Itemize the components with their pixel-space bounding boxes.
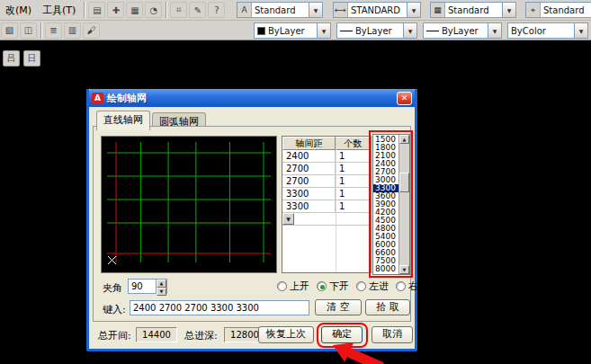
- table-style-value: Standard: [445, 5, 502, 15]
- spacing-table-rows: 2400127001270013300133001: [282, 150, 371, 213]
- plotstyle-value: ByColor: [508, 26, 574, 36]
- table-column-divider: [336, 137, 336, 272]
- toolbar-icon-9[interactable]: 吕: [3, 50, 20, 67]
- dim-style-combo[interactable]: ⟷ STANDARD ▼: [333, 2, 421, 18]
- chevron-down-icon[interactable]: ▼: [403, 23, 416, 38]
- direction-radio-option[interactable]: 左进: [356, 280, 389, 293]
- dim-style-icon: ⟷: [334, 3, 348, 17]
- total-depth-label: 总进深:: [184, 329, 218, 342]
- toolbar-icon-6[interactable]: ✎: [189, 2, 206, 18]
- cancel-button[interactable]: 取消: [372, 326, 413, 343]
- scroll-up-icon[interactable]: ▲: [399, 135, 409, 144]
- toolbar-icon-8[interactable]: ◫: [20, 22, 37, 39]
- help-icon[interactable]: ?: [208, 2, 225, 18]
- total-bay-label: 总开间:: [98, 329, 131, 342]
- toolbar-icon-5[interactable]: ⌗: [170, 2, 187, 18]
- radio-label: 下开: [329, 280, 349, 293]
- pick-button[interactable]: 拾 取: [365, 299, 410, 315]
- lineweight-control-combo[interactable]: ByLayer ▼: [423, 22, 502, 39]
- mini-toolbar: 吕 日: [2, 50, 41, 67]
- count-cell[interactable]: 1: [336, 163, 371, 175]
- color-control-combo[interactable]: ByLayer ▼: [254, 22, 331, 39]
- toolbar-icon-2[interactable]: ✚: [107, 2, 124, 18]
- axis-grid-preview-svg: [102, 137, 276, 272]
- direction-radio-option[interactable]: 下开: [317, 280, 349, 293]
- linetype-control-combo[interactable]: ByLayer ▼: [336, 22, 417, 39]
- listbox-scrollbar[interactable]: ▲ ▼: [398, 135, 409, 274]
- direction-radio-option[interactable]: 上开: [277, 280, 309, 293]
- scrollbar-thumb[interactable]: [399, 173, 409, 192]
- linetype-icon: [340, 31, 353, 31]
- toolbar-icon-1[interactable]: ▤: [88, 2, 105, 18]
- chevron-down-icon[interactable]: ▼: [407, 3, 420, 17]
- total-bay-value: 14400: [136, 327, 177, 342]
- mleader-style-combo[interactable]: ⌖ Standard: [525, 2, 591, 18]
- restore-last-button[interactable]: 恢复上次: [258, 326, 314, 343]
- preset-list-item[interactable]: 8000: [373, 265, 398, 273]
- mleader-style-value: Standard: [541, 5, 591, 15]
- spinner-buttons: ▲ ▼: [156, 280, 166, 293]
- keyin-label: 键入:: [103, 303, 126, 316]
- spin-down-icon[interactable]: ▼: [157, 288, 166, 296]
- tab-straight-axis-grid[interactable]: 直线轴网: [96, 111, 150, 130]
- toolbar-icon-3[interactable]: ▦: [126, 2, 143, 18]
- chevron-down-icon[interactable]: ▼: [502, 3, 515, 17]
- chevron-down-icon[interactable]: ▼: [488, 23, 501, 38]
- layers-icon[interactable]: ≣: [45, 22, 62, 39]
- lineweight-icon: [426, 31, 439, 31]
- toolbar-icon-7[interactable]: ▧: [1, 22, 18, 39]
- text-style-combo[interactable]: A Standard ▼: [237, 2, 323, 18]
- menu-item-modify[interactable]: 改(M): [0, 4, 37, 17]
- toolbar-separator: [166, 2, 166, 18]
- toolbar-icon-4[interactable]: ◔: [145, 2, 162, 18]
- chevron-down-icon[interactable]: ▼: [317, 23, 330, 38]
- keyin-input[interactable]: [130, 300, 309, 315]
- table-row[interactable]: 33001: [282, 200, 371, 213]
- spacing-cell[interactable]: 3300: [282, 188, 336, 200]
- preset-list-items: 1500180021002400270030003300360039004200…: [373, 135, 398, 274]
- radio-label: 左进: [369, 280, 389, 293]
- table-row[interactable]: 33001: [282, 188, 371, 200]
- chevron-down-icon[interactable]: ▼: [574, 23, 587, 38]
- radio-icon[interactable]: [356, 281, 366, 291]
- radio-icon[interactable]: [277, 281, 287, 291]
- ok-button[interactable]: 确定: [321, 326, 363, 343]
- spacing-table-header: 轴间距 个数: [282, 137, 371, 150]
- spacing-cell[interactable]: 2700: [282, 163, 336, 175]
- scroll-down-icon[interactable]: ▼: [399, 265, 409, 274]
- match-properties-icon[interactable]: 🖌: [83, 22, 100, 39]
- table-style-combo[interactable]: ▦ Standard ▼: [430, 2, 516, 18]
- count-cell[interactable]: 1: [336, 188, 371, 200]
- spacing-cell[interactable]: 2700: [282, 175, 336, 188]
- table-row[interactable]: 24001: [282, 150, 371, 163]
- table-row[interactable]: 27001: [282, 175, 371, 188]
- direction-radio-option[interactable]: 右进: [396, 280, 428, 293]
- toolbar-separator: [84, 2, 85, 18]
- radio-icon[interactable]: [317, 281, 327, 291]
- radio-label: 上开: [290, 280, 309, 293]
- menu-item-tools[interactable]: 工具(T): [37, 4, 81, 17]
- color-value: ByLayer: [265, 26, 317, 36]
- axis-grid-preview[interactable]: [101, 136, 277, 273]
- close-icon[interactable]: ✕: [397, 92, 412, 105]
- angle-input[interactable]: [129, 280, 156, 293]
- count-cell[interactable]: 1: [336, 175, 371, 188]
- dialog-titlebar[interactable]: A 绘制轴网 ✕: [89, 89, 415, 107]
- count-cell[interactable]: 1: [336, 150, 371, 163]
- toolbar-icon-10[interactable]: 日: [23, 50, 40, 67]
- chevron-down-icon[interactable]: ▼: [282, 213, 294, 225]
- table-row[interactable]: 27001: [282, 163, 371, 175]
- chevron-down-icon[interactable]: ▼: [309, 3, 322, 17]
- clear-button[interactable]: 清 空: [315, 299, 362, 315]
- count-cell[interactable]: 1: [336, 200, 371, 213]
- radio-icon[interactable]: [396, 281, 406, 291]
- plotstyle-control-combo[interactable]: ByColor ▼: [507, 22, 588, 39]
- spin-up-icon[interactable]: ▲: [157, 280, 166, 288]
- spacing-cell[interactable]: 3300: [282, 200, 336, 213]
- table-new-row: ▼: [282, 213, 371, 226]
- column-header-count: 个数: [336, 137, 371, 150]
- angle-label: 夹角: [103, 281, 122, 295]
- layer-states-icon[interactable]: ▥: [64, 22, 81, 39]
- spacing-cell[interactable]: 2400: [282, 150, 336, 163]
- dialog-title: 绘制轴网: [107, 92, 397, 105]
